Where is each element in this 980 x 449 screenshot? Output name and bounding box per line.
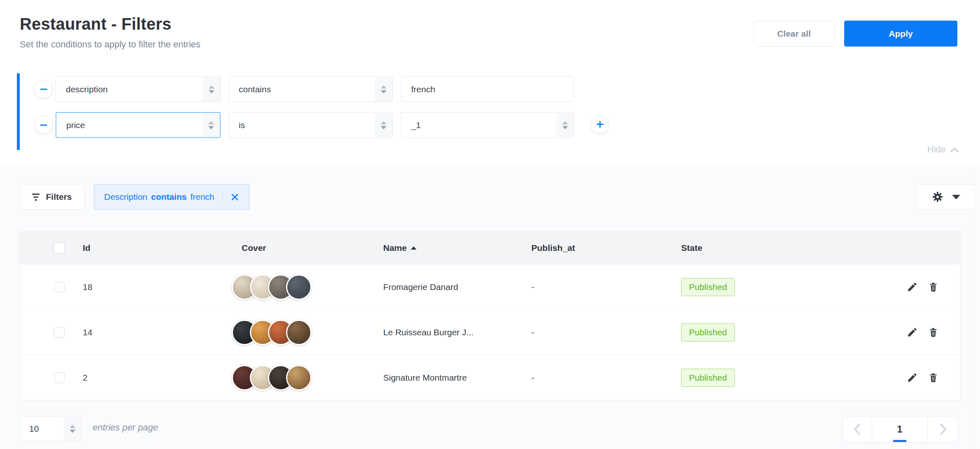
trash-icon — [928, 327, 939, 338]
chevron-up-icon — [950, 147, 959, 152]
pagination: 1 — [843, 416, 958, 442]
row-name: Signature Montmartre — [383, 373, 531, 383]
row-state: Published — [681, 323, 878, 341]
edit-button[interactable] — [907, 372, 918, 383]
delete-button[interactable] — [928, 372, 939, 383]
remove-filter-button[interactable] — [34, 80, 53, 98]
select-spinner-icon — [556, 113, 574, 137]
chevron-down-icon — [952, 195, 960, 199]
applied-filter-tag[interactable]: Description contains french — [94, 184, 249, 210]
page-title: Restaurant - Filters — [20, 14, 172, 34]
hide-filters-link[interactable]: Hide — [927, 144, 959, 155]
apply-button[interactable]: Apply — [844, 21, 957, 47]
row-actions — [878, 281, 960, 292]
filter-field-select[interactable]: description — [56, 76, 221, 102]
tag-operator: contains — [151, 192, 186, 202]
minus-icon — [40, 124, 47, 126]
status-badge: Published — [681, 323, 735, 341]
table-row[interactable]: 14 Le Ruisseau Burger J... - Published — [20, 309, 960, 355]
row-actions — [878, 327, 960, 338]
filters-button[interactable]: Filters — [20, 184, 84, 210]
chevron-right-icon — [938, 423, 948, 435]
column-header-name[interactable]: Name — [383, 243, 531, 253]
column-header-publish-at[interactable]: Publish_at — [531, 243, 681, 253]
previous-page-button[interactable] — [843, 416, 872, 442]
select-spinner-icon — [375, 77, 392, 101]
table-header-row: Id Cover Name Publish_at State — [20, 232, 960, 264]
row-id: 2 — [83, 373, 242, 383]
row-cover — [242, 320, 383, 345]
table-row[interactable]: 18 Fromagerie Danard - Published — [20, 264, 960, 309]
filter-operator-select[interactable]: contains — [228, 76, 393, 102]
row-state: Published — [681, 278, 878, 296]
pencil-icon — [907, 372, 918, 383]
next-page-button[interactable] — [928, 416, 958, 442]
delete-button[interactable] — [928, 281, 939, 292]
row-checkbox[interactable] — [54, 282, 65, 292]
row-id: 14 — [83, 327, 242, 337]
clear-all-button[interactable]: Clear all — [754, 21, 834, 47]
filter-value-input[interactable] — [401, 76, 574, 102]
entries-per-page-value: 10 — [20, 424, 39, 434]
tag-divider — [222, 191, 223, 203]
row-name: Fromagerie Danard — [383, 282, 531, 292]
pencil-icon — [907, 281, 918, 292]
settings-dropdown-button[interactable] — [916, 184, 975, 210]
status-badge: Published — [681, 278, 735, 296]
tag-value: french — [190, 192, 214, 202]
current-page-button[interactable]: 1 — [872, 416, 928, 442]
filters-button-label: Filters — [46, 192, 72, 202]
row-cell-checkbox — [20, 282, 83, 292]
filter-row: price is _1 — [35, 112, 609, 138]
filter-field-value: price — [56, 120, 85, 130]
filter-accent-bar — [17, 73, 20, 150]
page-subtitle: Set the conditions to apply to filter th… — [20, 39, 200, 50]
edit-button[interactable] — [907, 327, 918, 338]
select-spinner-icon — [64, 417, 81, 440]
entries-table: Id Cover Name Publish_at State 18 Fromag… — [20, 231, 960, 400]
column-header-cover[interactable]: Cover — [242, 243, 383, 253]
filter-operator-select[interactable]: is — [228, 112, 393, 138]
remove-filter-button[interactable] — [34, 116, 53, 134]
trash-icon — [928, 372, 939, 383]
filter-value: _1 — [401, 120, 421, 130]
row-state: Published — [681, 369, 878, 387]
sort-ascending-icon — [411, 246, 417, 250]
current-page-number: 1 — [897, 424, 903, 435]
table-row[interactable]: 2 Signature Montmartre - Published — [20, 355, 960, 400]
row-cover — [242, 274, 383, 300]
cover-images — [232, 274, 383, 300]
filter-field-select[interactable]: price — [56, 112, 221, 138]
filter-row: description contains — [35, 76, 574, 102]
row-checkbox[interactable] — [54, 372, 65, 383]
scrollbar[interactable] — [974, 165, 980, 449]
cover-photo — [286, 320, 312, 345]
gear-icon — [931, 191, 944, 203]
edit-button[interactable] — [907, 281, 918, 292]
tag-field: Description — [104, 192, 147, 202]
select-spinner-icon — [375, 113, 392, 137]
hide-label: Hide — [927, 144, 946, 155]
delete-button[interactable] — [928, 327, 939, 338]
trash-icon — [928, 281, 939, 292]
select-all-checkbox[interactable] — [54, 243, 65, 253]
select-spinner-icon — [203, 113, 220, 137]
table-body: 18 Fromagerie Danard - Published 14 Le R… — [20, 264, 960, 400]
row-publish-at: - — [531, 373, 681, 383]
row-cell-checkbox — [20, 372, 83, 383]
filter-operator-value: is — [229, 120, 245, 130]
cover-photo — [286, 274, 312, 300]
add-filter-button[interactable] — [591, 115, 609, 134]
column-header-state[interactable]: State — [681, 243, 878, 253]
chevron-left-icon — [852, 423, 863, 435]
row-checkbox[interactable] — [54, 327, 65, 338]
minus-icon — [40, 89, 47, 90]
content-section: Filters Description contains french Id C… — [0, 165, 980, 449]
entries-per-page-select[interactable]: 10 — [20, 416, 81, 441]
filter-operator-value: contains — [229, 84, 271, 94]
row-publish-at: - — [531, 327, 681, 337]
filter-value-select[interactable]: _1 — [401, 112, 574, 138]
close-icon[interactable] — [230, 193, 239, 201]
column-header-id[interactable]: Id — [83, 243, 242, 253]
row-id: 18 — [83, 282, 242, 292]
